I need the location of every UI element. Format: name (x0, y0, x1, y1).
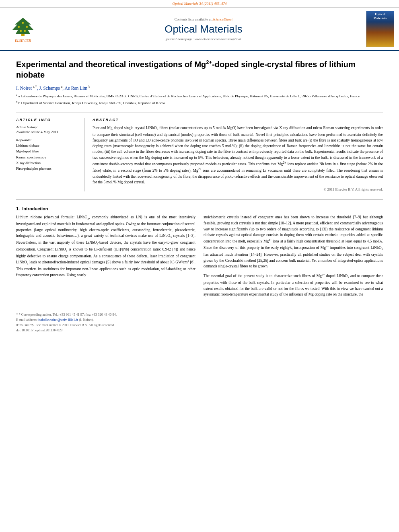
journal-cover-image: Optical Materials (366, 11, 394, 47)
keyword-1: Lithium niobate (16, 143, 78, 148)
email-suffix: (I. Noiret). (79, 318, 94, 322)
intro-right-paragraph-2: The essential goal of the present study … (204, 273, 383, 298)
elsevier-tree-icon (7, 16, 39, 38)
email-label: E-mail address: (16, 318, 37, 322)
body-right-column: stoichiometric crystals instead of congr… (204, 214, 383, 301)
section-heading: 1. Introduction (16, 206, 383, 211)
introduction-section: 1. Introduction Lithium niobate (chemica… (16, 206, 383, 301)
footer: * * Corresponding author. Tel.: +33 961 … (0, 309, 399, 337)
available-online: Available online 4 May 2011 (16, 130, 78, 134)
sciencedirect-line: Contents lists available at ScienceDirec… (45, 17, 362, 21)
journal-title: Optical Materials (45, 23, 362, 35)
copyright-text: © 2011 Elsevier B.V. All rights reserved… (93, 187, 383, 191)
keywords-list: Lithium niobate Mg-doped fibre Raman spe… (16, 143, 78, 172)
email-footnote: E-mail address: isabelle.noiret@univ-lil… (16, 318, 383, 322)
svg-point-3 (26, 26, 28, 28)
affiliation-a: a a Laboratoire de Physique des Lasers, … (16, 93, 383, 99)
elsevier-label: ELSEVIER (15, 39, 31, 43)
svg-point-6 (22, 22, 24, 24)
doi-text: doi:10.1016/j.optmat.2011.04.023 (16, 328, 63, 332)
keyword-5: First-principles phonons (16, 166, 78, 171)
journal-citation-banner: Optical Materials 34 (2011) 465–474 (0, 0, 399, 8)
intro-right-paragraph-1: stoichiometric crystals instead of congr… (204, 214, 383, 269)
keyword-2: Mg-doped fibre (16, 148, 78, 154)
keyword-4: X-ray diffraction (16, 160, 78, 166)
journal-homepage: journal homepage: www.elsevier.com/locat… (45, 37, 362, 41)
email-address: isabelle.noiret@univ-lille1.fr (38, 318, 78, 322)
body-columns: Lithium niobate (chemical formula: LiNbO… (16, 214, 383, 301)
affiliations: a a Laboratoire de Physique des Lasers, … (16, 93, 383, 106)
keywords-label: Keywords: (16, 138, 78, 142)
elsevier-logo: ELSEVIER (5, 16, 41, 43)
abstract-column: ABSTRACT Pure and Mg-doped single-crysta… (93, 118, 383, 191)
journal-center-info: Contents lists available at ScienceDirec… (45, 17, 362, 41)
journal-header: ELSEVIER Contents lists available at Sci… (0, 8, 399, 51)
authors: I. Noiret a,*, J. Schamps a, Ae Ran Lim … (16, 85, 383, 90)
svg-point-4 (20, 30, 22, 32)
sciencedirect-link: ScienceDirect (212, 17, 232, 21)
issn-line: 0925-3467/$ - see front matter © 2011 El… (16, 323, 383, 327)
article-title: Experimental and theoretical investigati… (16, 59, 383, 80)
journal-cover: Optical Materials (366, 11, 394, 47)
abstract-text: Pure and Mg-doped single-crystal LiNbO3 … (93, 125, 383, 185)
abstract-label: ABSTRACT (93, 118, 383, 122)
section-divider (16, 199, 383, 200)
keyword-3: Raman spectroscopy (16, 154, 78, 160)
doi-line: doi:10.1016/j.optmat.2011.04.023 (16, 328, 383, 332)
article-info-label: Article Info (16, 118, 78, 122)
main-content: Experimental and theoretical investigati… (0, 51, 399, 309)
affiliation-b: b b Department of Science Education, Jeo… (16, 100, 383, 106)
journal-cover-label: Optical Materials (374, 12, 387, 21)
corresponding-author-footnote: * * Corresponding author. Tel.: +33 961 … (16, 312, 383, 316)
journal-citation-text: Optical Materials 34 (2011) 465–474 (173, 2, 227, 6)
cover-title-line1: Optical (374, 12, 387, 16)
corresponding-author-text: * Corresponding author. Tel.: +33 961 45… (19, 312, 117, 316)
article-info-column: Article Info Article history: Available … (16, 118, 84, 191)
section-number: 1. (16, 206, 20, 211)
section-title: Introduction (22, 206, 48, 211)
article-info-abstract-section: Article Info Article history: Available … (16, 113, 383, 191)
issn-text: 0925-3467/$ - see front matter © 2011 El… (16, 323, 115, 327)
svg-point-2 (18, 26, 20, 28)
keywords-section: Keywords: Lithium niobate Mg-doped fibre… (16, 138, 78, 172)
intro-left-paragraph: Lithium niobate (chemical formula: LiNbO… (16, 214, 195, 278)
svg-marker-1 (12, 18, 33, 34)
contents-text: Contents lists available at (175, 17, 212, 21)
article-history: Article history: Available online 4 May … (16, 125, 78, 134)
history-label: Article history: (16, 125, 78, 129)
cover-title-line2: Materials (374, 16, 387, 21)
body-left-column: Lithium niobate (chemical formula: LiNbO… (16, 214, 195, 301)
svg-point-5 (24, 30, 26, 32)
